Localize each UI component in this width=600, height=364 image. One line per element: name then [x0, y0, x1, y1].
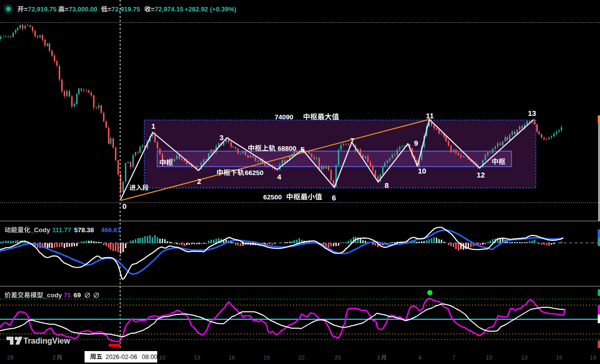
- svg-text:13: 13: [194, 355, 200, 361]
- svg-text:13: 13: [521, 355, 528, 361]
- svg-text:72,919.75: 72,919.75: [28, 5, 57, 13]
- svg-text:2: 2: [197, 177, 201, 185]
- svg-text:466.61: 466.61: [101, 226, 121, 234]
- svg-text:19: 19: [264, 355, 270, 361]
- svg-text:9: 9: [414, 139, 418, 147]
- svg-text:28: 28: [7, 355, 14, 361]
- svg-text:TradingView: TradingView: [23, 337, 71, 345]
- svg-text:=: =: [65, 5, 69, 13]
- svg-text:66250: 66250: [245, 169, 264, 177]
- svg-text:_cody: _cody: [43, 291, 62, 299]
- svg-text:=: =: [151, 5, 155, 13]
- svg-text:16: 16: [229, 355, 235, 361]
- svg-text:2026-02-06: 2026-02-06: [105, 354, 137, 361]
- svg-text:72,919.75: 72,919.75: [111, 5, 140, 13]
- svg-text:7: 7: [350, 136, 354, 145]
- svg-text:11: 11: [426, 111, 434, 120]
- svg-text:16: 16: [556, 355, 563, 361]
- svg-text:+282.92 (+0.39%): +282.92 (+0.39%): [185, 5, 236, 13]
- svg-text:4: 4: [277, 173, 282, 181]
- svg-text:72,974.15: 72,974.15: [155, 5, 184, 13]
- svg-text:7: 7: [452, 355, 455, 361]
- svg-text:6: 6: [332, 193, 336, 202]
- svg-text:_Cody: _Cody: [30, 226, 51, 234]
- svg-text:74090: 74090: [275, 113, 294, 121]
- svg-text:2: 2: [53, 355, 56, 361]
- svg-text:25: 25: [335, 355, 341, 361]
- svg-text:3: 3: [377, 355, 380, 361]
- svg-text:=: =: [24, 5, 28, 13]
- svg-text:69: 69: [74, 291, 81, 299]
- svg-text:=: =: [107, 5, 111, 13]
- svg-text:13: 13: [528, 109, 536, 117]
- svg-text:22: 22: [299, 355, 305, 361]
- svg-text:1: 1: [151, 122, 155, 130]
- svg-text:5: 5: [300, 145, 304, 154]
- svg-text:111.77: 111.77: [52, 226, 71, 234]
- svg-text:8: 8: [385, 181, 389, 189]
- svg-text:68800: 68800: [278, 145, 297, 152]
- svg-text:4: 4: [418, 355, 422, 361]
- svg-text:0: 0: [122, 202, 126, 210]
- svg-text:3: 3: [219, 133, 223, 142]
- svg-text:12: 12: [477, 171, 485, 179]
- svg-text:10: 10: [486, 355, 493, 361]
- svg-text:10: 10: [418, 167, 426, 175]
- svg-text:578.38: 578.38: [74, 226, 94, 234]
- svg-text:71: 71: [64, 291, 71, 299]
- svg-text:08:00: 08:00: [142, 354, 157, 361]
- svg-text:62500: 62500: [263, 193, 282, 201]
- svg-text:73,000.00: 73,000.00: [69, 5, 98, 13]
- svg-text:19: 19: [590, 355, 597, 361]
- svg-text:10: 10: [159, 355, 166, 361]
